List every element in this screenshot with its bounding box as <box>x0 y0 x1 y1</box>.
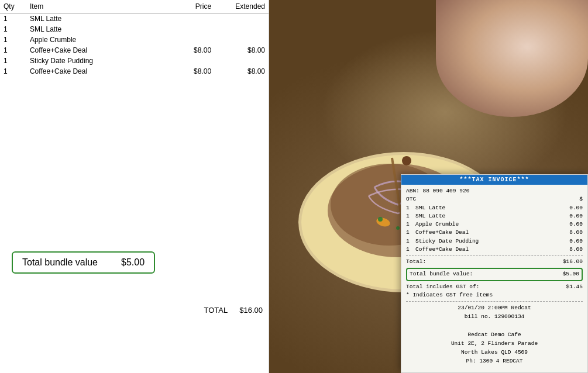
price-header: Price <box>163 0 215 13</box>
receipt-item-qty: 1 <box>406 212 413 220</box>
total-row: TOTAL $16.00 <box>204 306 263 315</box>
total-value: $16.00 <box>239 306 263 315</box>
receipt-abn-line: ABN: 88 090 409 920 <box>406 187 583 195</box>
receipt-total-line: Total: $16.00 <box>406 258 583 266</box>
row-item: SML Latte <box>26 24 163 34</box>
qty-header: Qty <box>0 0 26 13</box>
receipt-item-qty: 1 <box>406 220 413 229</box>
row-price <box>163 13 215 25</box>
row-extended <box>215 13 269 25</box>
food-image: ***TAX INVOICE*** ABN: 88 090 409 920 OT… <box>269 0 588 373</box>
receipt-bundle-box: Total bundle value: $5.00 <box>406 268 583 281</box>
svg-point-11 <box>396 226 400 230</box>
receipt-otc: OTC <box>406 195 416 203</box>
receipt-footer: 23/01/20 2:00PM Redcat bill no. 12900013… <box>406 303 583 365</box>
receipt-item-name: SML Latte <box>415 204 560 212</box>
receipt-item-row: 1 SML Latte 0.00 <box>406 212 583 220</box>
receipt-gst-label: Total includes GST of: <box>406 283 479 291</box>
row-item: Sticky Date Pudding <box>26 56 163 66</box>
receipt-item-row: 1 SML Latte 0.00 <box>406 204 583 212</box>
svg-point-9 <box>378 217 383 222</box>
invoice-row: 1 Coffee+Cake Deal $8.00 $8.00 <box>0 45 269 56</box>
invoice-row: 1 Sticky Date Pudding <box>0 56 269 66</box>
receipt-total-label: Total: <box>406 258 426 266</box>
receipt-divider <box>406 255 583 256</box>
invoice-row: 1 Apple Crumble <box>0 34 269 45</box>
svg-point-8 <box>402 156 411 165</box>
row-extended: $8.00 <box>215 66 269 77</box>
receipt-bundle-value: $5.00 <box>562 270 579 278</box>
receipt-gst-free: * Indicates GST free items <box>406 291 583 299</box>
invoice-panel: Qty Item Price Extended 1 SML Latte 1 SM… <box>0 0 269 373</box>
receipt-footer-line5: Unit 2E, 2 Flinders Parade <box>406 339 583 348</box>
row-extended: $8.00 <box>215 45 269 56</box>
receipt-item-row: 1 Coffee+Cake Deal 8.00 <box>406 246 583 254</box>
extended-header: Extended <box>215 0 269 13</box>
row-qty: 1 <box>0 45 26 56</box>
bundle-value: $5.00 <box>121 257 145 268</box>
receipt-item-price: 8.00 <box>562 246 583 254</box>
receipt-abn-label: ABN: 88 090 409 920 <box>406 187 469 195</box>
row-item: Coffee+Cake Deal <box>26 45 163 56</box>
receipt-bundle-label: Total bundle value: <box>410 270 473 278</box>
receipt-item-price: 0.00 <box>562 237 583 246</box>
receipt-footer-line6: North Lakes QLD 4509 <box>406 348 583 357</box>
row-item: SML Latte <box>26 13 163 25</box>
receipt-item-price: 0.00 <box>562 204 583 212</box>
receipt-items: 1 SML Latte 0.00 1 SML Latte 0.00 1 Appl… <box>406 204 583 254</box>
receipt-item-name: SML Latte <box>415 212 560 220</box>
row-item: Apple Crumble <box>26 34 163 45</box>
row-price <box>163 24 215 34</box>
row-price: $8.00 <box>163 66 215 77</box>
receipt-body: ABN: 88 090 409 920 OTC $ 1 SML Latte 0.… <box>401 185 587 368</box>
receipt-item-name: Sticky Date Pudding <box>415 237 560 246</box>
receipt-dollar: $ <box>579 195 583 203</box>
receipt-gst-value: $1.45 <box>566 283 583 291</box>
invoice-table: Qty Item Price Extended 1 SML Latte 1 SM… <box>0 0 269 77</box>
receipt-item-name: Coffee+Cake Deal <box>415 229 560 237</box>
receipt-item-qty: 1 <box>406 246 413 254</box>
bundle-label: Total bundle value <box>22 257 98 268</box>
receipt-item-qty: 1 <box>406 204 413 212</box>
receipt-divider2 <box>406 301 583 302</box>
row-price: $8.00 <box>163 45 215 56</box>
receipt-item-row: 1 Coffee+Cake Deal 8.00 <box>406 229 583 237</box>
invoice-row: 1 Coffee+Cake Deal $8.00 $8.00 <box>0 66 269 77</box>
receipt-footer-line4: Redcat Demo Cafe <box>406 330 583 339</box>
receipt-item-price: 0.00 <box>562 220 583 229</box>
invoice-row: 1 SML Latte <box>0 13 269 25</box>
row-qty: 1 <box>0 24 26 34</box>
bundle-value-box: Total bundle value $5.00 <box>12 251 155 274</box>
receipt-footer-line2: bill no. 129000134 <box>406 312 583 321</box>
receipt-otc-line: OTC $ <box>406 195 583 203</box>
invoice-row: 1 SML Latte <box>0 24 269 34</box>
row-qty: 1 <box>0 56 26 66</box>
row-extended <box>215 34 269 45</box>
receipt-footer-line7: Ph: 1300 4 REDCAT <box>406 357 583 365</box>
receipt-total-value: $16.00 <box>563 258 583 266</box>
row-item: Coffee+Cake Deal <box>26 66 163 77</box>
row-qty: 1 <box>0 34 26 45</box>
row-price <box>163 34 215 45</box>
row-qty: 1 <box>0 66 26 77</box>
total-label: TOTAL <box>204 306 228 315</box>
row-qty: 1 <box>0 13 26 25</box>
receipt-item-qty: 1 <box>406 237 413 246</box>
receipt-item-row: 1 Apple Crumble 0.00 <box>406 220 583 229</box>
row-price <box>163 56 215 66</box>
receipt-overlay: ***TAX INVOICE*** ABN: 88 090 409 920 OT… <box>401 174 588 373</box>
receipt-footer-line1: 23/01/20 2:00PM Redcat <box>406 303 583 312</box>
receipt-item-price: 0.00 <box>562 212 583 220</box>
item-header: Item <box>26 0 163 13</box>
receipt-gst-line: Total includes GST of: $1.45 <box>406 283 583 291</box>
receipt-item-row: 1 Sticky Date Pudding 0.00 <box>406 237 583 246</box>
row-extended <box>215 24 269 34</box>
row-extended <box>215 56 269 66</box>
receipt-item-name: Coffee+Cake Deal <box>415 246 560 254</box>
receipt-item-name: Apple Crumble <box>415 220 560 229</box>
receipt-item-qty: 1 <box>406 229 413 237</box>
receipt-item-price: 8.00 <box>562 229 583 237</box>
receipt-title: ***TAX INVOICE*** <box>401 175 587 185</box>
